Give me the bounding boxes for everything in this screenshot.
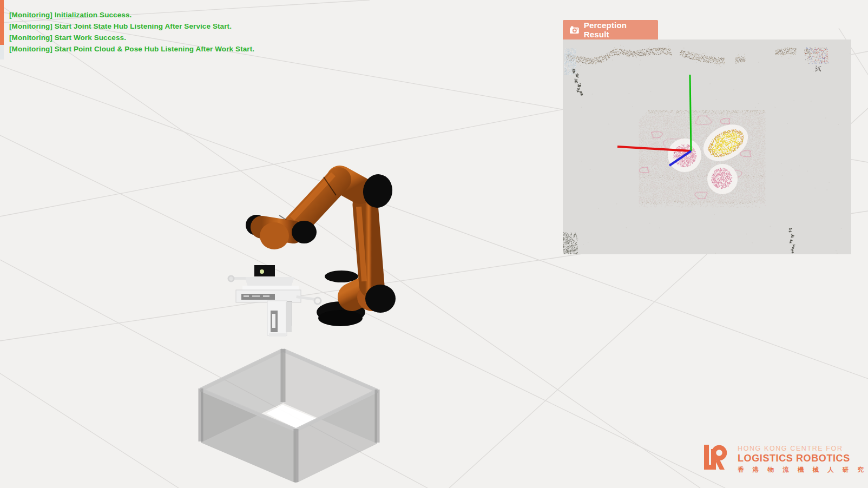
robot-arm xyxy=(228,172,396,337)
logo: HONG KONG CENTRE FOR LOGISTICS ROBOTICS … xyxy=(702,445,851,474)
status-stripe xyxy=(0,0,4,45)
log-console: [Monitoring] Initialization Success. [Mo… xyxy=(9,9,254,55)
log-line: [Monitoring] Start Work Success. xyxy=(9,32,254,43)
tote-box xyxy=(201,349,377,483)
logo-line1: HONG KONG CENTRE FOR xyxy=(738,445,851,452)
logo-line3: 香 港 物 流 機 械 人 研 究 中 心 xyxy=(738,466,851,474)
wrist-led xyxy=(260,269,264,274)
pose-axis-z xyxy=(669,151,691,166)
log-line: [Monitoring] Start Point Cloud & Pose Hu… xyxy=(9,43,254,55)
logo-line2: LOGISTICS ROBOTICS xyxy=(738,453,851,464)
logo-mark xyxy=(702,445,731,470)
log-line: [Monitoring] Start Joint State Hub Liste… xyxy=(9,21,254,32)
gripper xyxy=(228,276,321,337)
point-cloud-view[interactable] xyxy=(563,39,851,254)
log-line: [Monitoring] Initialization Success. xyxy=(9,9,254,21)
perception-tab-label: Perception Result xyxy=(584,21,649,39)
logo-text: HONG KONG CENTRE FOR LOGISTICS ROBOTICS … xyxy=(738,445,851,474)
pose-axis-y xyxy=(690,75,691,151)
perception-result-tab[interactable]: Perception Result xyxy=(563,20,658,39)
pose-axes xyxy=(563,39,851,254)
pose-axis-x xyxy=(617,147,691,151)
status-stripe-secondary xyxy=(0,45,4,60)
camera-icon xyxy=(570,26,579,34)
